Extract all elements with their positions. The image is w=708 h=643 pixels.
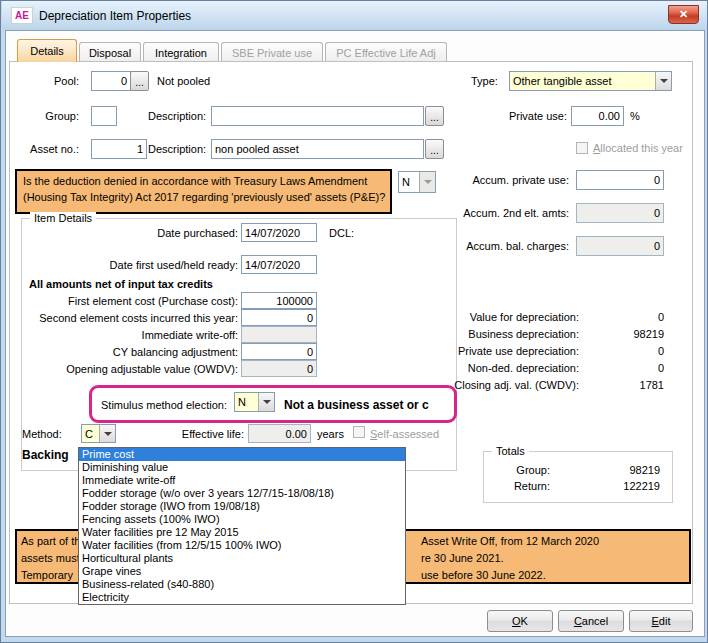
immediate-write-off-label: Immediate write-off:	[29, 329, 238, 341]
value-for-depreciation-label: Value for depreciation:	[421, 311, 579, 323]
cancel-button[interactable]: Cancel	[558, 610, 624, 632]
group-description-field[interactable]	[211, 106, 424, 126]
treasury-question-line2: (Housing Tax Integrity) Act 2017 regardi…	[23, 191, 384, 203]
pool-field[interactable]: 0	[91, 71, 131, 91]
chevron-down-icon	[263, 400, 271, 404]
tab-disposal[interactable]: Disposal	[79, 42, 141, 62]
totals-return-value: 122219	[564, 480, 660, 492]
pool-label: Pool:	[15, 75, 79, 87]
item-details-title: Item Details	[30, 212, 96, 224]
list-item[interactable]: Fencing assets (100% IWO)	[79, 513, 405, 526]
notice-left-line2: assets must	[21, 552, 80, 564]
self-assessed-label: Self-assessed	[370, 428, 439, 440]
pool-status: Not pooled	[157, 75, 210, 87]
group-label: Group:	[15, 110, 79, 122]
accum-bal-charges-field: 0	[576, 236, 664, 256]
cy-balancing-label: CY balancing adjustment:	[29, 346, 238, 358]
effective-life-field: 0.00	[248, 424, 311, 443]
type-dropdown[interactable]: Other tangible asset	[509, 71, 672, 91]
allocated-this-year-checkbox	[576, 142, 588, 154]
asset-no-field[interactable]: 1	[91, 139, 147, 159]
stimulus-label: Stimulus method election:	[101, 399, 227, 411]
notice-left-line3: Temporary	[21, 569, 73, 581]
private-use-depreciation-label: Private use depreciation:	[421, 345, 579, 357]
group-field[interactable]	[91, 106, 117, 126]
accum-private-use-field[interactable]: 0	[576, 170, 664, 190]
stimulus-dropdown[interactable]: N	[234, 392, 275, 412]
tab-integration[interactable]: Integration	[143, 42, 219, 62]
chevron-down-icon	[660, 79, 668, 83]
private-use-field[interactable]: 0.00	[571, 106, 624, 126]
cy-balancing-field[interactable]: 0	[241, 343, 317, 360]
self-assessed-checkbox	[353, 426, 365, 438]
backing-text-fragment: Backing	[22, 448, 69, 462]
list-item[interactable]: Immediate write-off	[79, 474, 405, 487]
private-use-label: Private use:	[491, 110, 567, 122]
close-icon[interactable]: ✕	[668, 5, 699, 24]
totals-groupbox: Totals Group: 98219 Return: 122219	[483, 451, 673, 503]
date-purchased-field[interactable]: 14/07/2020	[241, 223, 317, 242]
list-item[interactable]: Grape vines	[79, 565, 405, 578]
business-depreciation-label: Business depreciation:	[421, 328, 579, 340]
type-label: Type:	[471, 75, 498, 87]
second-element-costs-field[interactable]: 0	[241, 309, 317, 326]
stimulus-note: Not a business asset or c	[284, 398, 429, 412]
allocated-this-year-label: Allocated this year	[593, 142, 683, 154]
tab-sbe-private-use: SBE Private use	[221, 42, 323, 62]
edit-button[interactable]: Edit	[629, 610, 693, 632]
business-depreciation-value: 98219	[589, 328, 664, 340]
asset-description-label: Description:	[148, 143, 206, 155]
immediate-write-off-field	[241, 326, 317, 343]
totals-title: Totals	[492, 445, 529, 457]
treasury-question-line1: Is the deduction denied in accordance wi…	[23, 175, 384, 187]
list-item[interactable]: Horticultural plants	[79, 552, 405, 565]
notice-right-line1: Asset Write Off, from 12 March 2020	[421, 535, 599, 547]
list-item[interactable]: Fodder storage (IWO from 19/08/18)	[79, 500, 405, 513]
date-first-used-label: Date first used/held ready:	[81, 259, 238, 271]
notice-left-line1: As part of th	[21, 535, 80, 547]
totals-group-label: Group:	[498, 464, 550, 476]
cwdv-value: 1781	[589, 379, 664, 391]
effective-life-label: Effective life:	[166, 428, 244, 440]
non-ded-depreciation-label: Non-ded. depreciation:	[421, 362, 579, 374]
tab-pc-effective-life-adj: PC Effective Life Adj	[325, 42, 447, 62]
title-bar[interactable]: AE Depreciation Item Properties ✕	[2, 1, 708, 30]
totals-return-label: Return:	[498, 480, 550, 492]
net-of-tax-note: All amounts net of input tax credits	[29, 278, 213, 290]
method-dropdown-list: Prime cost Diminishing value Immediate w…	[78, 447, 406, 605]
dcl-label: DCL:	[329, 227, 354, 239]
list-item[interactable]: Water facilities (from 12/5/15 100% IWO)	[79, 539, 405, 552]
app-icon: AE	[11, 7, 33, 24]
asset-description-browse-button[interactable]: ...	[425, 139, 444, 159]
second-element-costs-label: Second element costs incurred this year:	[29, 312, 238, 324]
ok-button[interactable]: OK	[487, 610, 553, 632]
list-item[interactable]: Water facilities pre 12 May 2015	[79, 526, 405, 539]
owdv-label: Opening adjustable value (OWDV):	[29, 363, 238, 375]
date-first-used-field[interactable]: 14/07/2020	[241, 255, 317, 274]
list-item[interactable]: Electricity	[79, 591, 405, 604]
totals-group-value: 98219	[564, 464, 660, 476]
list-item[interactable]: Business-related (s40-880)	[79, 578, 405, 591]
percent-label: %	[630, 110, 640, 122]
chevron-down-icon	[104, 432, 112, 436]
tab-details[interactable]: Details	[17, 39, 77, 62]
list-item[interactable]: Diminishing value	[79, 461, 405, 474]
asset-no-label: Asset no.:	[15, 143, 79, 155]
method-label: Method:	[22, 428, 62, 440]
accum-2nd-elt-field: 0	[576, 203, 664, 223]
list-item[interactable]: Prime cost	[79, 448, 405, 461]
years-label: years	[317, 428, 344, 440]
window-title: Depreciation Item Properties	[39, 9, 191, 23]
list-item[interactable]: Fodder storage (w/o over 3 years 12/7/15…	[79, 487, 405, 500]
first-element-cost-field[interactable]: 100000	[241, 292, 317, 309]
value-for-depreciation-value: 0	[589, 311, 664, 323]
asset-description-field[interactable]: non pooled asset	[211, 139, 424, 159]
notice-right-line2: re 30 June 2021.	[421, 552, 504, 564]
treasury-question-box: Is the deduction denied in accordance wi…	[15, 169, 392, 214]
first-element-cost-label: First element cost (Purchase cost):	[29, 295, 238, 307]
method-dropdown[interactable]: C	[81, 424, 116, 443]
date-purchased-label: Date purchased:	[81, 227, 238, 239]
group-description-browse-button[interactable]: ...	[425, 106, 444, 126]
owdv-field: 0	[241, 360, 317, 377]
pool-browse-button[interactable]: ...	[130, 71, 149, 91]
